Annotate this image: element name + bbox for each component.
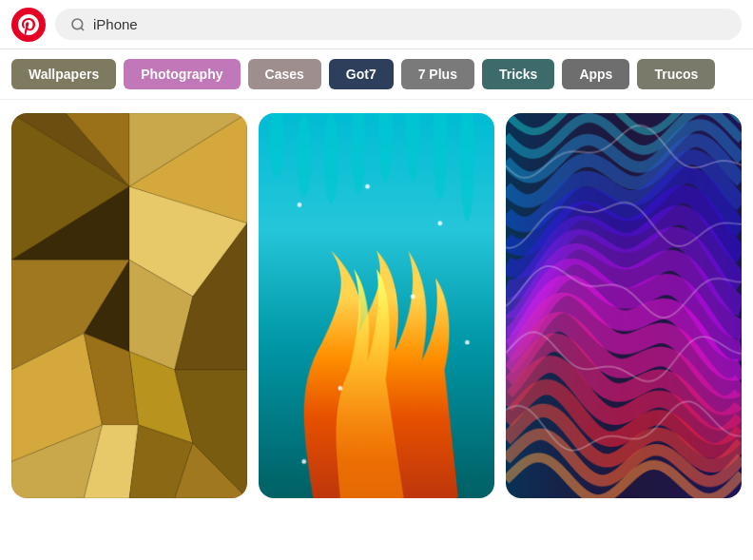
tag-cases[interactable]: Cases: [248, 59, 321, 89]
gold-polygon-image: [11, 113, 247, 498]
tag-got7[interactable]: Got7: [329, 59, 394, 89]
image-card-waves[interactable]: [506, 113, 742, 498]
image-grid: [0, 100, 753, 512]
image-card-gold[interactable]: [11, 113, 247, 498]
svg-line-1: [81, 28, 84, 30]
tag-tricks[interactable]: Tricks: [482, 59, 554, 89]
tag-wallpapers[interactable]: Wallpapers: [11, 59, 116, 89]
search-bar[interactable]: [55, 9, 742, 40]
tag-photography[interactable]: Photography: [124, 59, 240, 89]
pinterest-logo[interactable]: [11, 8, 46, 42]
image-card-colorful[interactable]: [259, 113, 494, 498]
search-icon: [70, 17, 86, 32]
tag-apps[interactable]: Apps: [562, 59, 629, 89]
pink-waves-image: [506, 113, 742, 498]
header: [0, 0, 753, 49]
colorful-paint-image: [259, 113, 494, 498]
svg-point-0: [72, 19, 83, 29]
tag-7 plus[interactable]: 7 Plus: [401, 59, 474, 89]
tag-trucos[interactable]: Trucos: [637, 59, 715, 89]
search-input[interactable]: [93, 16, 726, 32]
pinterest-logo-icon: [18, 14, 39, 35]
tags-row: WallpapersPhotographyCasesGot77 PlusTric…: [0, 49, 753, 100]
